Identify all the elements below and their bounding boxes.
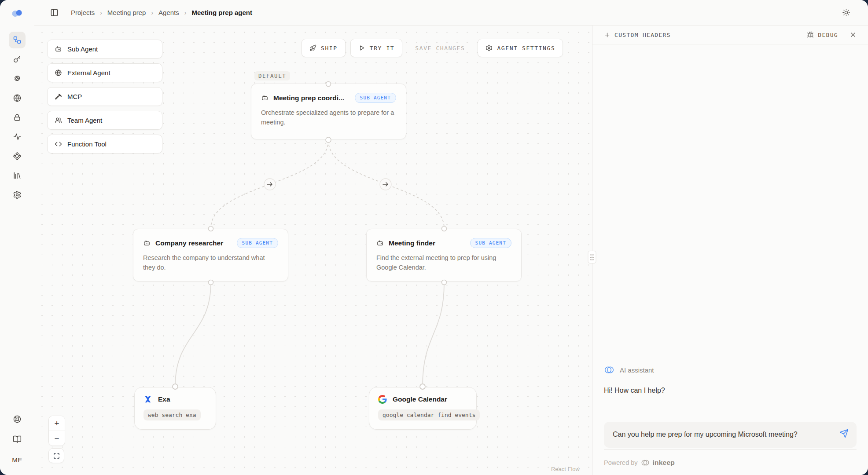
main-area: Sub Agent External Agent MCP Team Agent … <box>34 26 868 475</box>
sidebar-item-docs[interactable] <box>9 431 26 448</box>
assistant-header: AI assistant <box>604 365 857 375</box>
palette-item-mcp[interactable]: MCP <box>47 87 162 106</box>
book-open-icon <box>13 435 22 444</box>
handle-google-calendar-top[interactable] <box>420 384 425 389</box>
handle-company-researcher-top[interactable] <box>209 227 213 231</box>
edge-direction-badge <box>380 179 391 190</box>
rail-bottom: ME <box>9 411 26 475</box>
breadcrumb-current-page: Meeting prep agent <box>191 9 252 16</box>
theme-toggle-button[interactable] <box>842 8 850 17</box>
plus-icon <box>604 32 611 38</box>
debug-button[interactable]: DEBUG <box>807 31 838 38</box>
activity-icon <box>13 132 22 141</box>
sidebar-item-credentials[interactable] <box>9 109 26 126</box>
react-flow-attribution[interactable]: React Flow <box>551 466 580 472</box>
chat-area: AI assistant Hi! How can I help? Can you… <box>592 365 868 475</box>
grip-dots-icon <box>590 254 594 261</box>
palette-item-function-tool[interactable]: Function Tool <box>47 135 162 153</box>
ship-button[interactable]: SHIP <box>302 39 346 57</box>
close-icon <box>850 31 857 38</box>
handle-company-researcher-bottom[interactable] <box>209 280 213 285</box>
sidebar-item-components[interactable] <box>9 148 26 164</box>
palette-item-label: Team Agent <box>67 117 102 124</box>
powered-by[interactable]: Powered by inkeep <box>604 458 857 467</box>
app-window: ME Projects › Meeting prep › Agents › Me… <box>0 0 868 475</box>
edge-company-researcher-to-exa[interactable] <box>175 283 211 386</box>
sidebar-item-external[interactable] <box>9 90 26 106</box>
tags-icon <box>13 74 22 83</box>
toggle-sidebar-button[interactable] <box>50 8 59 17</box>
send-button[interactable] <box>839 429 849 442</box>
save-changes-button-label: SAVE CHANGES <box>415 45 465 51</box>
settings-gear-icon <box>13 190 22 199</box>
handle-coordinator-top[interactable] <box>326 82 331 87</box>
palette-item-external-agent[interactable]: External Agent <box>47 63 162 82</box>
inkeep-logo-icon[interactable] <box>11 8 24 18</box>
panel-resize-handle[interactable] <box>588 251 596 263</box>
sidebar-item-help[interactable] <box>9 411 26 428</box>
sidebar-item-tags[interactable] <box>9 70 26 87</box>
custom-headers-label: CUSTOM HEADERS <box>614 32 671 38</box>
chat-input[interactable]: Can you help me prep for my upcoming Mic… <box>604 422 857 448</box>
close-panel-button[interactable] <box>850 31 857 38</box>
breadcrumb-separator: › <box>151 9 153 16</box>
sidebar-item-settings[interactable] <box>9 186 26 203</box>
bot-icon <box>55 45 62 53</box>
sun-icon <box>842 8 850 17</box>
powered-by-label: Powered by <box>604 459 638 466</box>
palette-item-sub-agent[interactable]: Sub Agent <box>47 40 162 58</box>
top-header: Projects › Meeting prep › Agents › Meeti… <box>34 0 868 26</box>
save-changes-button[interactable]: SAVE CHANGES <box>407 39 473 57</box>
edge-meeting-finder-to-google-calendar[interactable] <box>423 283 444 386</box>
palette-item-team-agent[interactable]: Team Agent <box>47 111 162 130</box>
canvas-toolbar: SHIP TRY IT SAVE CHANGES AGENT SETTINGS <box>302 39 563 57</box>
palette-item-label: MCP <box>67 93 82 100</box>
sidebar-item-graphs[interactable] <box>9 32 26 48</box>
rocket-icon <box>309 44 316 51</box>
zoom-button-group: + − <box>48 416 65 446</box>
user-avatar[interactable]: ME <box>9 451 26 468</box>
maximize-icon <box>53 453 60 459</box>
palette-item-label: Sub Agent <box>67 45 98 53</box>
components-icon <box>13 152 22 161</box>
send-icon <box>839 429 849 438</box>
code-icon <box>55 140 62 148</box>
agent-settings-button[interactable]: AGENT SETTINGS <box>478 39 563 57</box>
breadcrumb-separator: › <box>184 9 187 16</box>
palette-item-label: External Agent <box>67 69 110 77</box>
handle-meeting-finder-top[interactable] <box>442 227 447 231</box>
panel-header: CUSTOM HEADERS DEBUG <box>592 26 868 44</box>
handle-exa-top[interactable] <box>173 384 178 389</box>
palette-item-label: Function Tool <box>67 140 107 148</box>
inkeep-logo-icon <box>641 458 650 467</box>
life-buoy-icon <box>13 415 22 424</box>
handle-meeting-finder-bottom[interactable] <box>442 280 447 285</box>
play-icon <box>358 44 365 51</box>
chat-divider <box>604 449 857 449</box>
users-icon <box>55 117 62 124</box>
icon-rail: ME <box>0 0 34 475</box>
sidebar-item-activity[interactable] <box>9 128 26 145</box>
settings-gear-icon <box>485 44 493 51</box>
fit-view-button[interactable] <box>48 448 64 463</box>
hammer-icon <box>55 93 62 100</box>
zoom-in-button[interactable]: + <box>49 416 65 431</box>
agent-settings-button-label: AGENT SETTINGS <box>497 45 555 51</box>
key-icon <box>13 55 22 64</box>
globe-icon <box>55 69 62 77</box>
sidebar-item-library[interactable] <box>9 167 26 184</box>
sidebar-item-api-keys[interactable] <box>9 51 26 68</box>
zoom-out-button[interactable]: − <box>49 431 65 446</box>
breadcrumb-projects[interactable]: Projects <box>71 9 95 16</box>
breadcrumb-project-name[interactable]: Meeting prep <box>107 9 146 16</box>
flow-canvas[interactable]: Sub Agent External Agent MCP Team Agent … <box>34 26 592 475</box>
inkeep-assistant-icon <box>604 365 614 375</box>
assistant-message: Hi! How can I help? <box>604 387 857 395</box>
workflow-icon <box>13 36 22 44</box>
library-icon <box>13 171 22 180</box>
handle-coordinator-bottom[interactable] <box>326 137 331 142</box>
custom-headers-button[interactable]: CUSTOM HEADERS <box>604 32 671 38</box>
breadcrumb-agents[interactable]: Agents <box>158 9 179 16</box>
try-it-button[interactable]: TRY IT <box>350 39 403 57</box>
edge-direction-badge <box>264 179 276 190</box>
